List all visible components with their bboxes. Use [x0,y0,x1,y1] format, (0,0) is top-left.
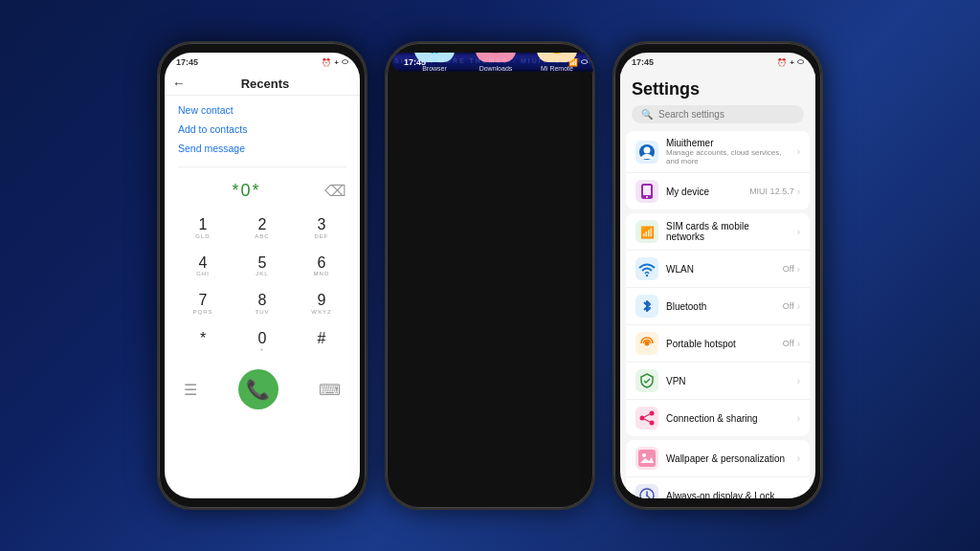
key-6[interactable]: 6 MNO [293,249,350,285]
search-bar[interactable]: 🔍 [632,105,804,123]
alarm-icon-3: ⏰ [777,58,787,67]
settings-item-wlan[interactable]: WLAN Off › [626,251,810,288]
miuithemer-right: › [797,146,800,157]
wlan-text: WLAN [666,264,775,275]
send-message-link[interactable]: Send message [178,140,346,157]
connectivity-section: 📶 SIM cards & mobile networks › WLA [626,213,810,436]
add-contacts-link[interactable]: Add to contacts [178,121,346,138]
vpn-text: VPN [666,376,790,386]
key-5[interactable]: 5 JKL [234,249,291,285]
key-0[interactable]: 0 + [234,324,291,361]
time-3: 17:45 [632,57,654,67]
svg-point-45 [646,196,648,198]
miuithemer-text: Miuithemer Manage accounts, cloud servic… [666,138,790,165]
watermark: VISIT FOR MORE THEMES - MIUITHEMER.COM [392,57,595,64]
bluetooth-text: Bluetooth [666,301,775,312]
dialed-number: *0* [178,181,315,201]
keypad-icon[interactable]: ⌨ [319,381,341,399]
key-3[interactable]: 3 DEF [293,210,350,247]
key-star[interactable]: * [174,324,232,361]
call-button[interactable]: 📞 [238,369,278,409]
time-1: 17:45 [176,57,198,67]
wlan-icon [635,257,658,280]
svg-text:📶: 📶 [640,225,655,239]
svg-point-35 [484,53,507,54]
phone-1-screen: 17:45 ⏰ + ⬭ ← Recents New contact Add to… [165,53,360,498]
key-2[interactable]: 2 ABC [234,210,291,247]
phone-3: 17:45 ⏰ + ⬭ Settings 🔍 [612,41,823,510]
connection-sharing-text: Connection & sharing [666,413,790,424]
wlan-right: Off › [783,264,800,275]
settings-header: Settings 🔍 [620,72,815,131]
connection-sharing-right: › [797,413,800,424]
settings-item-connection-sharing[interactable]: Connection & sharing › [626,400,810,436]
divider-1 [178,166,346,167]
alarm-icon: ⏰ [322,58,331,67]
bluetooth-right: Off › [783,301,800,312]
phone-1: 17:45 ⏰ + ⬭ ← Recents New contact Add to… [157,41,368,510]
key-4[interactable]: 4 GHI [174,249,232,285]
svg-line-53 [644,419,649,422]
key-8[interactable]: 8 TUV [234,286,291,322]
key-7[interactable]: 7 PQRS [174,286,232,322]
status-bar-3: 17:45 ⏰ + ⬭ [620,53,815,72]
signal-icon: + [334,58,339,67]
hotspot-right: Off › [783,339,800,349]
key-9[interactable]: 9 WXYZ [293,286,350,322]
my-device-icon [635,180,658,203]
always-on-text: Always-on display & Lock [666,491,790,499]
always-on-right: › [797,491,800,499]
connection-sharing-icon [635,407,658,430]
settings-item-sim[interactable]: 📶 SIM cards & mobile networks › [626,213,810,251]
dialer-keypad: 1 GLD 2 ABC 3 DEF 4 GHI 5 JKL 6 MNO [165,207,360,364]
wallpaper-text: Wallpaper & personalization [666,453,790,464]
svg-rect-54 [638,450,656,467]
status-bar-1: 17:45 ⏰ + ⬭ [165,53,360,72]
settings-item-miuithemer[interactable]: Miuithemer Manage accounts, cloud servic… [626,131,810,173]
settings-item-wallpaper[interactable]: Wallpaper & personalization › [626,440,810,477]
settings-item-vpn[interactable]: VPN › [626,363,810,400]
phone-3-screen: 17:45 ⏰ + ⬭ Settings 🔍 [620,53,815,498]
phone-2-screen: 17:45 📶 ⬭ [392,53,595,72]
phone-2: 17:45 📶 ⬭ [385,41,595,510]
my-device-text: My device [666,187,742,197]
search-input[interactable] [658,109,794,120]
vpn-icon [635,369,658,392]
svg-line-52 [644,414,649,417]
svg-point-47 [646,275,648,276]
call-icon: 📞 [246,378,270,401]
svg-point-51 [650,421,655,426]
menu-icon[interactable]: ☰ [184,381,197,399]
settings-item-hotspot[interactable]: Portable hotspot Off › [626,325,810,363]
svg-point-38 [546,53,568,54]
status-icons-1: ⏰ + ⬭ [322,57,348,67]
dialer-title: Recents [193,77,350,91]
back-button[interactable]: ← [172,76,186,91]
battery-icon-3: ⬭ [797,57,804,67]
settings-title: Settings [632,79,804,99]
wallpaper-right: › [797,453,800,464]
settings-item-always-on[interactable]: Always-on display & Lock › [626,477,810,498]
display-section: Wallpaper & personalization › Always-on … [626,440,810,498]
dialer-header: ← Recents [165,72,360,96]
backspace-button[interactable]: ⌫ [324,182,346,200]
dialer-links: New contact Add to contacts Send message [165,96,360,163]
status-icons-3: ⏰ + ⬭ [777,57,804,67]
dialer-bottom-bar: ☰ 📞 ⌨ [165,364,360,413]
always-on-icon [635,484,658,498]
vpn-right: › [797,376,800,386]
svg-point-48 [645,342,650,346]
key-1[interactable]: 1 GLD [174,210,232,247]
signal-icon-3: + [790,58,794,67]
battery-icon: ⬭ [342,57,348,67]
new-contact-link[interactable]: New contact [178,101,346,119]
settings-item-my-device[interactable]: My device MIUI 12.5.7 › [626,173,810,209]
sim-right: › [797,227,800,237]
settings-item-bluetooth[interactable]: Bluetooth Off › [626,288,810,325]
svg-point-55 [642,453,646,457]
hotspot-icon [635,332,658,355]
sim-text: SIM cards & mobile networks [666,221,790,242]
svg-rect-44 [643,186,651,195]
settings-list: Miuithemer Manage accounts, cloud servic… [620,131,815,498]
key-hash[interactable]: # [293,324,350,361]
